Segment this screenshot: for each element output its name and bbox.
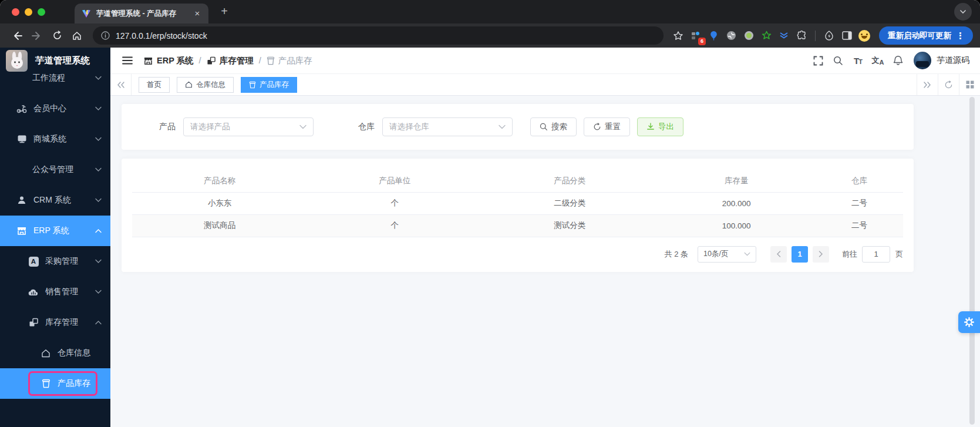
product-select[interactable]: 请选择产品 bbox=[183, 117, 314, 136]
sidebar-item-warehouse-info[interactable]: 仓库信息 bbox=[0, 338, 110, 368]
table-row[interactable]: 测试商品 个 测试分类 100.000 二号 bbox=[132, 214, 903, 237]
cell-product-unit: 个 bbox=[307, 192, 482, 214]
pagination: 共 2 条 10条/页 1 前往 bbox=[132, 246, 903, 263]
sidebar-item-label: 工作流程 bbox=[32, 73, 65, 83]
sidebar-item-erp[interactable]: ERP 系统 bbox=[0, 216, 110, 246]
extension-chevrons-icon[interactable] bbox=[776, 28, 792, 43]
locale-button[interactable]: 文A bbox=[868, 51, 888, 70]
tab-close-icon[interactable]: × bbox=[192, 8, 203, 19]
next-page-button[interactable] bbox=[813, 246, 829, 263]
warehouse-select-placeholder: 请选择仓库 bbox=[389, 122, 499, 132]
font-size-button[interactable]: TT bbox=[848, 51, 868, 70]
sidebar-item-workflow[interactable]: 工作流程 bbox=[0, 63, 110, 93]
browser-menu-kebab-icon[interactable]: ⋮ bbox=[951, 31, 969, 41]
sidebar-item-mall-system[interactable]: 商城系统 bbox=[0, 124, 110, 154]
tabs-scroll-left-button[interactable] bbox=[110, 74, 132, 95]
page-tab-home[interactable]: 首页 bbox=[139, 77, 170, 93]
reload-button[interactable] bbox=[48, 27, 66, 45]
purchase-a-icon: A bbox=[28, 257, 39, 267]
reset-button[interactable]: 重置 bbox=[584, 117, 630, 136]
tabs-scroll-right-button[interactable] bbox=[917, 74, 938, 95]
table-row[interactable]: 小东东 个 二级分类 200.000 二号 bbox=[132, 192, 903, 214]
extension-camera-icon[interactable] bbox=[723, 28, 739, 43]
warehouse-select[interactable]: 请选择仓库 bbox=[382, 117, 513, 136]
browser-tab[interactable]: 芋道管理系统 - 产品库存 × bbox=[75, 4, 208, 23]
collapse-menu-button[interactable] bbox=[119, 52, 136, 69]
extension-record-icon[interactable] bbox=[741, 28, 756, 43]
shopping-bag-icon bbox=[16, 135, 28, 144]
username[interactable]: 芋道源码 bbox=[937, 55, 969, 66]
tab-label: 首页 bbox=[147, 80, 161, 90]
cloud-chart-icon bbox=[28, 288, 39, 297]
chevron-down-icon bbox=[95, 259, 102, 264]
close-window-button[interactable] bbox=[12, 8, 19, 16]
chevron-up-icon bbox=[95, 228, 102, 233]
new-tab-button[interactable]: + bbox=[217, 4, 232, 19]
page-size-select[interactable]: 10条/页 bbox=[698, 246, 756, 263]
sidebar-item-label: 商城系统 bbox=[33, 134, 66, 144]
address-bar[interactable]: 127.0.0.1/erp/stock/stock bbox=[93, 26, 664, 45]
breadcrumb-label: 产品库存 bbox=[278, 55, 312, 66]
col-product-unit: 产品单位 bbox=[307, 170, 482, 192]
table-header-row: 产品名称 产品单位 产品分类 库存量 仓库 bbox=[132, 170, 903, 192]
cell-stock-count: 200.000 bbox=[657, 192, 816, 214]
theme-settings-button[interactable] bbox=[958, 311, 980, 333]
battery-saver-icon[interactable] bbox=[821, 28, 837, 43]
product-filter-label: 产品 bbox=[139, 122, 176, 132]
notifications-button[interactable] bbox=[888, 51, 908, 70]
breadcrumb-stock-mgmt[interactable]: 库存管理 bbox=[207, 55, 254, 66]
minimize-window-button[interactable] bbox=[25, 8, 32, 16]
bookmark-star-button[interactable] bbox=[671, 28, 686, 43]
double-chevron-right-icon bbox=[924, 82, 930, 88]
scooter-icon bbox=[16, 104, 28, 113]
boxes-icon bbox=[28, 318, 39, 327]
fullscreen-icon bbox=[814, 56, 822, 65]
extension-downloads-icon[interactable]: 6 bbox=[688, 28, 703, 43]
page-tab-product-stock[interactable]: 产品库存 bbox=[241, 77, 297, 93]
extension-star-icon[interactable] bbox=[759, 28, 774, 43]
user-avatar[interactable] bbox=[914, 52, 931, 69]
chevron-left-icon bbox=[777, 251, 780, 257]
filter-panel: 产品 请选择产品 仓库 请选择仓库 搜索 bbox=[122, 104, 914, 150]
tab-refresh-button[interactable] bbox=[938, 74, 959, 95]
sidebar-item-product-stock[interactable]: 产品库存 bbox=[0, 368, 110, 399]
relaunch-to-update-button[interactable]: 重新启动即可更新 ⋮ bbox=[879, 26, 973, 45]
chevron-down-icon bbox=[299, 125, 307, 129]
profile-emoji-icon[interactable] bbox=[857, 28, 872, 43]
breadcrumb-separator: / bbox=[199, 56, 201, 65]
export-button[interactable]: 导出 bbox=[637, 117, 683, 136]
chevron-up-icon bbox=[95, 320, 102, 325]
sidebar-menu: 工作流程 会员中心 商城系统 bbox=[0, 63, 110, 399]
sidebar-item-sales[interactable]: 销售管理 bbox=[0, 277, 110, 307]
sidebar-item-official-account[interactable]: 公众号管理 bbox=[0, 154, 110, 185]
sidebar-item-member-center[interactable]: 会员中心 bbox=[0, 93, 110, 124]
sidebar-item-purchase[interactable]: A 采购管理 bbox=[0, 246, 110, 277]
page-number-current[interactable]: 1 bbox=[792, 246, 808, 263]
sidebar-item-crm[interactable]: CRM 系统 bbox=[0, 185, 110, 216]
zoom-window-button[interactable] bbox=[38, 8, 45, 16]
cup-icon bbox=[40, 379, 52, 388]
extension-balloon-icon[interactable] bbox=[706, 28, 721, 43]
back-button[interactable] bbox=[8, 27, 26, 45]
extensions-puzzle-button[interactable] bbox=[794, 28, 809, 43]
search-button[interactable]: 搜索 bbox=[530, 117, 577, 136]
url-text[interactable]: 127.0.0.1/erp/stock/stock bbox=[116, 31, 207, 41]
search-button[interactable] bbox=[828, 51, 848, 70]
goto-page-input[interactable] bbox=[862, 246, 890, 263]
tab-search-button[interactable] bbox=[954, 3, 972, 21]
tab-label: 产品库存 bbox=[260, 80, 289, 90]
main-scrollbar[interactable] bbox=[969, 97, 975, 425]
sidebar-item-stock-mgmt[interactable]: 库存管理 bbox=[0, 307, 110, 338]
prev-page-button[interactable] bbox=[770, 246, 787, 263]
page-tab-warehouse-info[interactable]: 仓库信息 bbox=[177, 77, 234, 93]
breadcrumb-erp[interactable]: ERP 系统 bbox=[143, 55, 194, 66]
tab-layout-button[interactable] bbox=[959, 74, 980, 95]
site-info-icon[interactable] bbox=[101, 31, 110, 40]
bell-icon bbox=[894, 56, 902, 65]
page-size-value: 10条/页 bbox=[703, 249, 744, 259]
fullscreen-button[interactable] bbox=[808, 51, 828, 70]
forward-button[interactable] bbox=[28, 27, 46, 45]
warehouse-filter-label: 仓库 bbox=[338, 122, 375, 132]
side-panel-button[interactable] bbox=[839, 28, 854, 43]
home-button[interactable] bbox=[68, 27, 86, 45]
